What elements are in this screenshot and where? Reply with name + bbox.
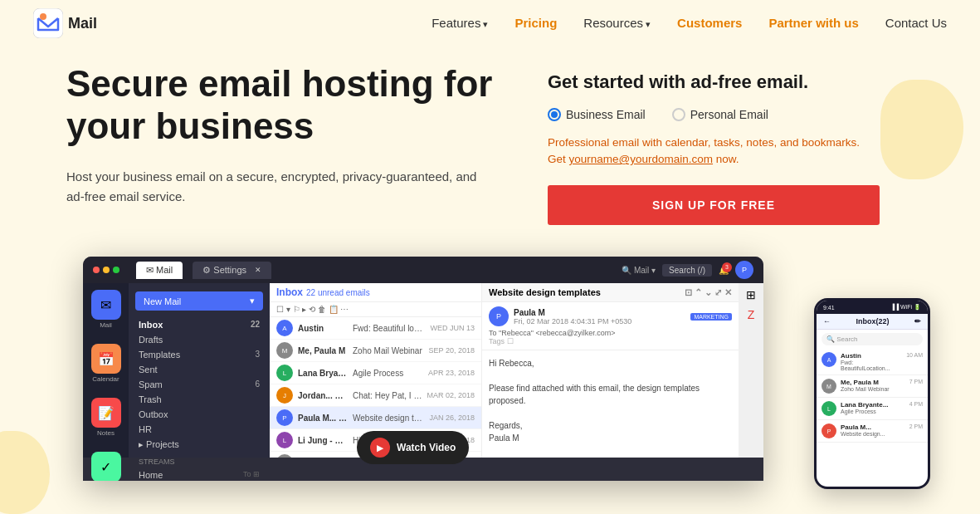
mobile-compose-icon[interactable]: ✏ [914,317,921,326]
logo-icon [33,8,63,38]
folder-outbox[interactable]: Outbox [129,407,270,422]
radio-personal-circle [672,108,685,121]
mobile-email-row-2[interactable]: M Me, Paula M Zoho Mail Webinar 7 PM [817,375,928,398]
folder-templates-count: 3 [255,350,260,360]
folder-spam-count: 6 [255,379,260,389]
play-icon: ▶ [370,438,390,458]
email-row-3[interactable]: L Lana Bryante, Me Agile Process APR 23,… [270,362,481,384]
folder-spam-label: Spam [139,379,163,389]
hero-section: Secure email hosting for your business H… [0,47,980,240]
nav-features[interactable]: Features [431,16,488,30]
mobile-time: 9:41 [823,305,835,311]
mobile-mockup: 9:41 ▐▐ WiFi 🔋 ← Inbox(22) ✏ 🔍 Search A … [814,298,930,489]
detail-sender-avatar: P [489,306,509,326]
email-sender-5: Paula M... Me [298,414,348,423]
radio-business[interactable]: Business Email [548,108,646,121]
detail-action-icons[interactable]: ⊡ ⌃ ⌄ ⤢ ✕ [685,287,732,298]
sidebar-mail-label: Mail [100,321,112,329]
email-row-5[interactable]: P Paula M... Me Website design temp... J… [270,407,481,429]
mobile-inbox-title: Inbox(22) [856,317,889,326]
email-avatar-6: L [276,432,293,448]
folder-trash[interactable]: Trash [129,392,270,407]
detail-message: Please find attached with this email, th… [489,382,732,407]
mobile-email-row-4[interactable]: P Paula M... Website design... 2 PM [817,420,928,443]
sidebar-item-notes[interactable]: 📝 Notes [91,398,121,437]
nav-resources[interactable]: Resources [583,16,651,30]
nav-contact[interactable]: Contact Us [885,16,947,30]
mobile-status-bar: 9:41 ▐▐ WiFi 🔋 [817,301,928,314]
mobile-email-info-4: Paula M... Website design... [841,423,905,438]
folder-hr[interactable]: HR [129,422,270,437]
mobile-email-info-3: Lana Bryante... Agile Process [841,401,905,416]
action-icon-2[interactable]: Z [748,308,755,321]
email-sender-6: Li Jung - Developer [298,436,348,445]
folder-templates-label: Templates [139,350,180,360]
radio-personal[interactable]: Personal Email [672,108,768,121]
mobile-avatar-1: A [822,352,836,367]
mobile-back-icon[interactable]: ← [823,317,831,326]
radio-business-circle [548,108,561,121]
folder-outbox-label: Outbox [139,409,168,419]
detail-subject: Website design templates ⊡ ⌃ ⌄ ⤢ ✕ [482,283,739,302]
stream-home[interactable]: Home To ⊞ [129,467,270,481]
nav-partner[interactable]: Partner with us [768,16,858,30]
mail-icon: ✉ [91,290,121,320]
window-minimize[interactable] [103,267,110,273]
app-sidebar: ✉ Mail 📅 Calendar 📝 Notes ✓ Tasks 👤 [83,283,129,458]
email-avatar-5: P [276,409,293,426]
notification-icon[interactable]: 🔔3 [719,266,729,275]
user-avatar[interactable]: P [735,261,753,279]
cta-title: Get started with ad-free email. [548,71,880,93]
folder-drafts[interactable]: Drafts [129,332,270,347]
tasks-icon: ✓ [91,452,121,481]
email-avatar-4: J [276,387,293,404]
tab-settings-close[interactable]: ✕ [255,266,261,274]
streams-label: STREAMS [129,453,270,467]
folder-templates[interactable]: Templates 3 [129,347,270,362]
nav-customers[interactable]: Customers [677,16,742,30]
detail-sender-name: Paula M [514,308,631,317]
email-row-1[interactable]: A Austin Fwd: Beautiful locati... WED JU… [270,317,481,340]
signup-button[interactable]: SIGN UP FOR FREE [548,185,880,225]
sidebar-item-tasks[interactable]: ✓ Tasks [91,452,121,481]
folder-spam[interactable]: Spam 6 [129,377,270,392]
inbox-header: Inbox 22 unread emails [270,283,481,302]
folder-projects[interactable]: ▸ Projects [129,437,270,453]
folder-projects-label: ▸ Projects [139,439,179,450]
mobile-email-name-1: Austin [841,352,902,360]
search-box[interactable]: Search (/) [662,264,712,277]
watch-video-button[interactable]: ▶ Watch Video [357,431,469,464]
email-row-4[interactable]: J Jordan... support@... Chat: Hey Pat, I… [270,384,481,407]
folder-sent-label: Sent [139,365,158,374]
window-topbar: ✉ Mail ⚙ Settings ✕ 🔍 Mail ▾ Search (/) … [83,257,763,283]
hero-subtitle: Host your business email on a secure, en… [66,167,498,207]
detail-greeting: Hi Rebecca, [489,357,732,370]
mobile-inbox-header: ← Inbox(22) ✏ [817,314,928,330]
sidebar-item-calendar[interactable]: 📅 Calendar [91,344,121,383]
folder-inbox[interactable]: Inbox 22 [129,317,270,332]
mobile-email-info-1: Austin Fwd: BeautifulLocation... [841,352,902,371]
mobile-search[interactable]: 🔍 Search [822,333,923,345]
email-row-2[interactable]: M Me, Paula M Zoho Mail Webinar SEP 20, … [270,340,481,362]
new-mail-button[interactable]: New Mail ▾ [135,291,263,311]
action-icon-1[interactable]: ⊞ [746,288,756,301]
navigation: Mail Features Pricing Resources Customer… [0,0,980,47]
toolbar-icons: ☐ ▾ ⚐ ▸ ⟲ 🗑 📋 ⋯ [276,305,349,314]
window-close[interactable] [93,267,100,273]
tab-mail[interactable]: ✉ Mail [136,262,183,279]
mobile-email-sub-4: Website design... [841,431,905,437]
folder-sent[interactable]: Sent [129,362,270,377]
window-maximize[interactable] [113,267,119,273]
logo[interactable]: Mail [33,8,97,38]
email-avatar-2: M [276,342,293,359]
sidebar-item-mail[interactable]: ✉ Mail [91,290,121,329]
email-date-4: MAR 02, 2018 [427,391,475,399]
nav-pricing[interactable]: Pricing [514,16,557,30]
mobile-email-row-1[interactable]: A Austin Fwd: BeautifulLocation... 10 AM [817,349,928,375]
detail-website[interactable]: www.zyiker.com [489,457,732,458]
email-subject-4: Chat: Hey Pat, I have f... [353,391,422,400]
inbox-title: Inbox [276,286,303,298]
tab-settings[interactable]: ⚙ Settings ✕ [193,262,271,279]
mobile-email-row-3[interactable]: L Lana Bryante... Agile Process 4 PM [817,398,928,420]
email-sender-3: Lana Bryante, Me [298,369,348,378]
